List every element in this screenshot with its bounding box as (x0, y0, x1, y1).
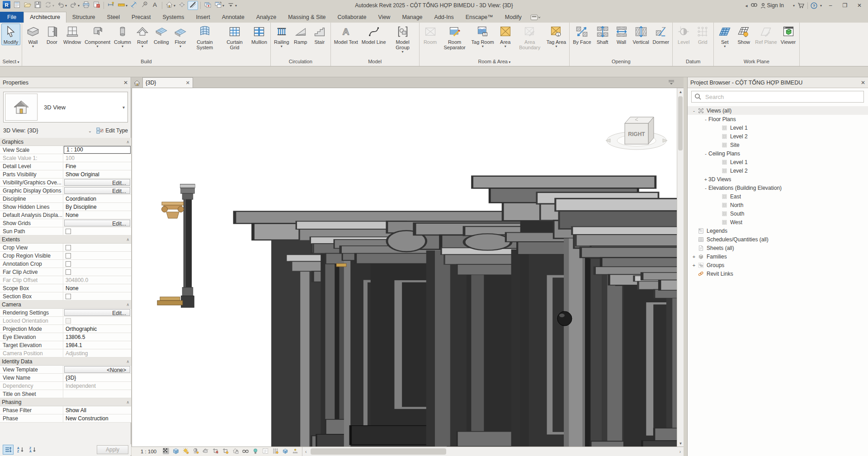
ribbon-button-tag-room[interactable]: 1Tag Room▾ (470, 24, 496, 48)
dropdown-icon[interactable]: ▾ (174, 4, 175, 8)
vcb-hide-isolate-button[interactable] (241, 447, 250, 456)
vcb-sun-button[interactable] (181, 447, 191, 456)
property-value[interactable]: {3D} (63, 374, 131, 381)
ribbon-panel-title[interactable]: Circulation (271, 58, 330, 66)
vertical-scroll-thumb[interactable] (678, 96, 683, 150)
qat-redo-button[interactable]: ▾ (69, 1, 80, 10)
vcb-shadows-button[interactable] (191, 447, 201, 456)
collapse-icon[interactable]: - (703, 151, 708, 156)
checkbox[interactable] (66, 261, 71, 267)
minimize-button[interactable]: – (825, 2, 836, 9)
property-value[interactable]: By Discipline (63, 203, 131, 211)
ribbon-button-floor[interactable]: Floor▾ (171, 24, 190, 48)
dropdown-icon[interactable]: ▾ (52, 4, 54, 8)
qat-switch-windows-button[interactable]: ▾ (213, 1, 225, 10)
dropdown-icon[interactable]: ▾ (179, 45, 181, 48)
tree-item-west[interactable]: West (688, 218, 868, 226)
property-group-graphics[interactable]: Graphics∧ (0, 138, 131, 146)
restore-button[interactable]: ❐ (839, 2, 851, 9)
search-icon[interactable] (750, 2, 758, 9)
qat-open-folder-button[interactable] (23, 1, 32, 10)
tab-massing-site[interactable]: Massing & Site (282, 12, 331, 23)
dropdown-icon[interactable]: ▾ (78, 4, 80, 8)
tab-modify[interactable]: Modify (499, 12, 528, 23)
view-scale-control[interactable]: 1 : 100 (141, 449, 156, 454)
tab-systems[interactable]: Systems (156, 12, 190, 23)
apply-button[interactable]: Apply (97, 445, 128, 454)
qat-tag-3d-button[interactable]: 0 (140, 1, 149, 10)
tree-item-north[interactable]: North (688, 201, 868, 209)
property-value[interactable]: Coordination (63, 195, 131, 202)
ribbon-button-mullion[interactable]: Mullion (250, 24, 269, 45)
property-group-identity-data[interactable]: Identity Data∧ (0, 357, 131, 366)
tree-item-schedules-quantities-all-[interactable]: Schedules/Quantities (all) (688, 235, 868, 244)
sign-in-button[interactable]: Sign In (760, 2, 784, 9)
tab-collaborate[interactable]: Collaborate (332, 12, 373, 23)
ribbon-button-grid[interactable]: Grid (693, 24, 712, 45)
ribbon-button-model-text[interactable]: AModel Text (332, 24, 360, 45)
property-group-phasing[interactable]: Phasing∧ (0, 398, 131, 406)
vcb-detail-level-button[interactable] (161, 447, 171, 456)
property-value[interactable]: Adjusting (63, 349, 131, 357)
property-value[interactable]: Show Original (63, 170, 131, 178)
dropdown-icon[interactable]: ▾ (142, 45, 143, 48)
dropdown-icon[interactable]: ▾ (402, 50, 404, 53)
ribbon-button-curtain-system[interactable]: Curtain System (190, 24, 220, 51)
dropdown-icon[interactable]: ▾ (16, 60, 19, 64)
tree-item-families[interactable]: +Families (688, 252, 868, 261)
qat-print-edit-button[interactable] (92, 1, 101, 10)
sphere-finial[interactable] (557, 311, 572, 326)
property-value[interactable]: None (63, 211, 131, 219)
dropdown-icon[interactable]: ▾ (122, 45, 123, 48)
ribbon-panel-title[interactable]: Datum (673, 58, 713, 66)
checkbox[interactable] (66, 269, 71, 275)
tree-item-level-2[interactable]: Level 2 (688, 166, 868, 175)
tree-item-south[interactable]: South (688, 209, 868, 218)
qat-measure-pin-button[interactable] (106, 1, 116, 10)
tab-annotate[interactable]: Annotate (216, 12, 250, 23)
edit-type-button[interactable]: Edit Type (96, 127, 128, 134)
vcb-reveal-hidden-button[interactable] (250, 447, 260, 456)
collapse-search-icon[interactable]: ◂ (745, 3, 748, 8)
qat-section-mark-button[interactable] (177, 1, 187, 10)
qat-sync-button[interactable]: ▾ (43, 1, 55, 10)
ribbon-button-ramp[interactable]: Ramp (291, 24, 310, 45)
qat-home-3d-button[interactable]: ▾ (165, 1, 176, 10)
qat-file-doc-button[interactable] (12, 1, 22, 10)
scroll-right-icon[interactable]: › (677, 449, 684, 454)
dropdown-icon[interactable]: ▾ (482, 45, 484, 48)
checkbox[interactable] (66, 294, 71, 299)
tree-item-level-1[interactable]: Level 1 (688, 158, 868, 166)
dropdown-icon[interactable]: ▾ (555, 45, 557, 48)
property-value[interactable]: Fine (63, 162, 131, 170)
expand-icon[interactable]: + (691, 254, 697, 259)
ribbon-panel-title[interactable]: Select ▾ (0, 58, 22, 66)
collapse-icon[interactable]: ∧ (126, 140, 129, 144)
panel-splitter[interactable] (684, 77, 687, 456)
ribbon-button-model-group[interactable]: Model Group▾ (388, 24, 418, 54)
tree-item-level-1[interactable]: Level 1 (688, 123, 868, 132)
vcb-render-button[interactable] (201, 447, 211, 456)
qat-print-button[interactable] (81, 1, 91, 10)
qat-qat-menu-button[interactable]: ▾ (226, 1, 238, 10)
sort-ascending-button[interactable]: AZ (15, 445, 26, 455)
tree-item-elevations-building-elevation-[interactable]: -Elevations (Building Elevation) (688, 183, 868, 192)
tree-item-views-all-[interactable]: -Views (all) (688, 106, 868, 115)
tab-precast[interactable]: Precast (126, 12, 156, 23)
collapse-icon[interactable]: - (703, 185, 708, 191)
property-value[interactable]: None (63, 284, 131, 292)
ribbon-panel-title[interactable]: Opening (570, 58, 672, 66)
scroll-up-icon[interactable]: ▲ (677, 88, 684, 95)
vcb-constraints-button[interactable] (290, 447, 300, 456)
ribbon-button-model-line[interactable]: Model Line (360, 24, 388, 45)
property-value[interactable]: Independent (63, 382, 131, 390)
property-value[interactable] (63, 390, 131, 398)
ribbon-button-component[interactable]: Component▾ (83, 24, 112, 48)
collapse-icon[interactable]: - (703, 117, 708, 122)
ribbon-button-roof[interactable]: Roof▾ (133, 24, 152, 48)
viewcube[interactable]: RIGHT (606, 117, 667, 150)
property-value[interactable]: 304800.0 (63, 276, 131, 284)
collapse-icon[interactable]: ∧ (126, 359, 129, 364)
qat-thin-lines-button[interactable] (188, 1, 198, 10)
tree-item-site[interactable]: Site (688, 141, 868, 149)
